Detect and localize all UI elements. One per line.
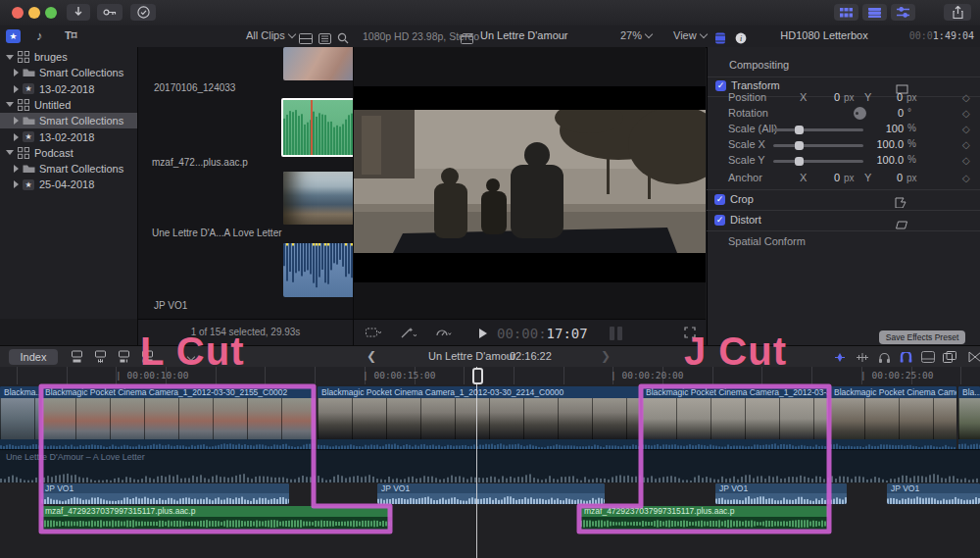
- viewer-view-dropdown[interactable]: View: [673, 29, 707, 41]
- minimize-button[interactable]: [28, 7, 40, 19]
- titles-sidebar-icon[interactable]: T⌑: [65, 29, 76, 42]
- close-button[interactable]: [12, 7, 24, 19]
- keyframe-diamond-icon[interactable]: ◇: [962, 173, 970, 183]
- sidebar-item-8[interactable]: ★25-04-2018: [0, 177, 137, 192]
- storyline-label: Une Lettre D'Amour – A Love Letter: [6, 452, 145, 462]
- timeline-forward-button[interactable]: ❯: [601, 349, 611, 363]
- slider-thumb[interactable]: [795, 141, 804, 150]
- transitions-browser-icon[interactable]: [968, 351, 980, 363]
- append-edit-icon[interactable]: [118, 350, 130, 363]
- rotation-dial[interactable]: [854, 107, 866, 120]
- zoom-button[interactable]: [45, 7, 57, 19]
- timeline-video-clip[interactable]: Blackmagic Pocket Cinema Camera_1...: [830, 386, 956, 449]
- retime-dropdown[interactable]: [436, 327, 452, 340]
- sidebar-item-6[interactable]: Podcast: [0, 145, 137, 161]
- keywords-button[interactable]: [97, 4, 122, 21]
- sidebar-item-3[interactable]: Untitled: [0, 97, 137, 113]
- library-icon: [18, 51, 29, 63]
- music-sidebar-icon[interactable]: ♪: [36, 28, 43, 43]
- trim-tool-dropdown[interactable]: [366, 327, 381, 340]
- slider-thumb[interactable]: [795, 157, 804, 166]
- clip-appearance-icon[interactable]: [921, 351, 935, 363]
- effects-tool-dropdown[interactable]: [401, 327, 416, 340]
- timeline-video-clip[interactable]: Blackmagic Pocket Cinema Camera_1_2012-0…: [318, 386, 640, 449]
- keyframe-diamond-icon[interactable]: ◇: [962, 124, 970, 134]
- audio-meters[interactable]: [610, 327, 622, 340]
- event-star-icon: ★: [23, 131, 34, 142]
- disclosure-triangle-icon[interactable]: [6, 102, 14, 107]
- disclosure-triangle-icon[interactable]: [14, 69, 19, 76]
- sidebar-item-0[interactable]: bruges: [0, 49, 137, 65]
- keyframe-diamond-icon[interactable]: ◇: [962, 92, 970, 103]
- timeline-video-clip[interactable]: Blackma...: [0, 386, 39, 449]
- background-tasks-button[interactable]: [130, 4, 156, 21]
- scale-y-slider[interactable]: [773, 160, 863, 163]
- scale-x-slider[interactable]: [773, 144, 863, 147]
- scale-all-value[interactable]: 100: [863, 123, 904, 134]
- save-effects-preset-button[interactable]: Save Effects Preset: [879, 330, 965, 344]
- rotation-value[interactable]: 0: [868, 107, 904, 119]
- scale-x-value[interactable]: 100.0: [863, 138, 904, 150]
- music-clip[interactable]: mzaf_4729237037997315117.plus.aac.p: [41, 506, 392, 531]
- sidebar-item-1[interactable]: Smart Collections: [0, 65, 137, 80]
- sidebar-item-4[interactable]: Smart Collections: [0, 113, 137, 128]
- playhead-line[interactable]: [476, 367, 477, 558]
- param-label: Scale Y: [728, 154, 765, 166]
- import-media-button[interactable]: [67, 4, 90, 21]
- viewer-timecode: 00:00:17:07: [497, 326, 588, 341]
- scale-all-slider[interactable]: [773, 128, 863, 131]
- solo-headphones-icon[interactable]: [878, 352, 891, 363]
- viewer-zoom-dropdown[interactable]: 27%: [620, 29, 652, 41]
- timeline-video-clip[interactable]: Blackmagic Pocket Cinema Camera_1_2012-0…: [642, 386, 828, 449]
- clip-filter-dropdown[interactable]: All Clips: [246, 29, 295, 41]
- insert-edit-icon[interactable]: [94, 350, 107, 363]
- sidebar-item-5[interactable]: ★13-02-2018: [0, 129, 137, 145]
- crop-checkbox[interactable]: ✓: [714, 194, 725, 205]
- music-clip[interactable]: mzaf_4729237037997315117.plus.aac.p: [580, 506, 828, 531]
- browser-toggle-button[interactable]: [834, 4, 858, 21]
- slider-thumb[interactable]: [795, 126, 804, 134]
- connect-edit-icon[interactable]: [71, 350, 83, 363]
- share-button[interactable]: [944, 4, 971, 21]
- media-sidebar-icon[interactable]: ★: [6, 29, 21, 43]
- snapping-icon[interactable]: [900, 352, 912, 363]
- skimming-icon[interactable]: [833, 352, 847, 363]
- voiceover-clip[interactable]: JP VO1: [887, 483, 980, 504]
- storyline-clip[interactable]: Une Lettre D'Amour – A Love Letter: [0, 449, 980, 482]
- sidebar-item-7[interactable]: Smart Collections: [0, 161, 137, 177]
- timeline-toggle-button[interactable]: [862, 4, 887, 21]
- disclosure-triangle-icon[interactable]: [6, 150, 14, 155]
- search-icon[interactable]: [337, 30, 349, 48]
- position-x-value[interactable]: 0: [812, 91, 840, 103]
- filmstrip-view-icon[interactable]: [299, 30, 313, 48]
- keyframe-diamond-icon[interactable]: ◇: [962, 139, 970, 150]
- voiceover-clip[interactable]: JP VO1: [715, 483, 847, 504]
- clip-appearance-icon[interactable]: [318, 30, 331, 48]
- disclosure-triangle-icon[interactable]: [6, 55, 14, 60]
- keyframe-diamond-icon[interactable]: ◇: [962, 155, 970, 166]
- sidebar-item-2[interactable]: ★13-02-2018: [0, 81, 137, 97]
- anchor-x-value[interactable]: 0: [812, 172, 840, 183]
- disclosure-triangle-icon[interactable]: [14, 133, 19, 141]
- timeline-video-clip[interactable]: Blackmagic Pocket Cinema Camera_1_2012-0…: [41, 386, 316, 449]
- disclosure-triangle-icon[interactable]: [14, 117, 19, 125]
- playhead-handle[interactable]: [472, 368, 483, 384]
- disclosure-triangle-icon[interactable]: [14, 165, 19, 173]
- event-star-icon: ★: [23, 83, 34, 94]
- scale-y-value[interactable]: 100.0: [863, 154, 904, 166]
- play-button[interactable]: [479, 329, 487, 338]
- index-button[interactable]: Index: [9, 349, 58, 365]
- disclosure-triangle-icon[interactable]: [14, 85, 19, 93]
- voiceover-clip[interactable]: JP VO1: [41, 483, 289, 504]
- anchor-y-value[interactable]: 0: [875, 172, 903, 183]
- distort-checkbox[interactable]: ✓: [714, 215, 725, 226]
- audio-skimming-icon[interactable]: [856, 352, 869, 363]
- keyframe-diamond-icon[interactable]: ◇: [962, 108, 970, 119]
- timeline-back-button[interactable]: ❮: [367, 349, 376, 363]
- voiceover-clip[interactable]: JP VO1: [377, 483, 605, 504]
- disclosure-triangle-icon[interactable]: [14, 180, 19, 188]
- effects-browser-icon[interactable]: [943, 351, 956, 363]
- timeline-video-clip[interactable]: Bla...: [958, 386, 980, 449]
- position-y-value[interactable]: 0: [875, 91, 903, 103]
- inspector-toggle-button[interactable]: [891, 4, 915, 21]
